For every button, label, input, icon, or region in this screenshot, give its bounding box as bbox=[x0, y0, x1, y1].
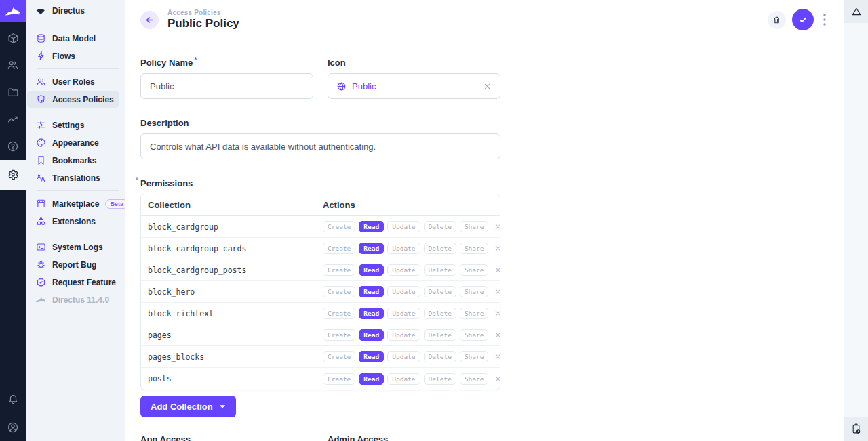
update-chip[interactable]: Update bbox=[387, 286, 420, 297]
action-chips: Create Read Update Delete Share bbox=[323, 351, 488, 362]
sidebar-item-label: Flows bbox=[52, 51, 75, 61]
module-settings-button[interactable] bbox=[0, 160, 26, 190]
read-chip[interactable]: Read bbox=[359, 373, 384, 385]
create-chip[interactable]: Create bbox=[323, 373, 355, 385]
read-chip[interactable]: Read bbox=[359, 329, 384, 341]
create-chip[interactable]: Create bbox=[323, 264, 355, 276]
create-chip[interactable]: Create bbox=[323, 286, 355, 297]
update-chip[interactable]: Update bbox=[387, 329, 420, 341]
project-header[interactable]: Directus bbox=[26, 0, 125, 22]
account-icon bbox=[7, 421, 19, 434]
shield-lock-icon bbox=[35, 94, 46, 104]
update-chip[interactable]: Update bbox=[387, 351, 420, 362]
delete-chip[interactable]: Delete bbox=[424, 308, 456, 319]
remove-row-button[interactable] bbox=[494, 309, 500, 318]
delete-chip[interactable]: Delete bbox=[424, 243, 456, 254]
sidebar-item-translations[interactable]: Translations bbox=[27, 169, 119, 186]
close-icon bbox=[494, 266, 500, 274]
sidebar-item-appearance[interactable]: Appearance bbox=[27, 134, 119, 151]
update-chip[interactable]: Update bbox=[387, 264, 420, 276]
cube-icon bbox=[7, 33, 19, 44]
sidebar-item-bookmarks[interactable]: Bookmarks bbox=[27, 152, 119, 169]
sidebar-item-label: Marketplace bbox=[52, 199, 99, 209]
delete-chip[interactable]: Delete bbox=[424, 373, 456, 385]
folder-icon bbox=[7, 87, 19, 98]
collection-name: posts bbox=[148, 374, 323, 383]
sidebar-item-flows[interactable]: Flows bbox=[27, 47, 119, 64]
remove-row-button[interactable] bbox=[494, 266, 500, 274]
delete-chip[interactable]: Delete bbox=[424, 264, 456, 276]
revisions-toggle[interactable] bbox=[844, 417, 868, 441]
sidebar-item-request-feature[interactable]: Request Feature bbox=[27, 274, 119, 291]
share-chip[interactable]: Share bbox=[460, 308, 489, 319]
share-chip[interactable]: Share bbox=[460, 286, 489, 297]
back-button[interactable] bbox=[140, 11, 159, 29]
sidebar-item-system-logs[interactable]: System Logs bbox=[27, 238, 119, 255]
share-chip[interactable]: Share bbox=[460, 329, 489, 341]
module-users-button[interactable] bbox=[0, 51, 26, 79]
share-chip[interactable]: Share bbox=[460, 264, 489, 276]
sidebar-item-report-bug[interactable]: Report Bug bbox=[27, 256, 119, 273]
delete-chip[interactable]: Delete bbox=[424, 221, 456, 232]
description-input[interactable] bbox=[140, 133, 500, 159]
table-row: block_richtext Create Read Update Delete… bbox=[141, 303, 500, 324]
action-chips: Create Read Update Delete Share bbox=[323, 308, 488, 319]
sidebar-item-marketplace[interactable]: Marketplace Beta bbox=[27, 195, 119, 212]
clear-icon-button[interactable] bbox=[483, 82, 492, 91]
close-icon bbox=[494, 375, 500, 383]
directus-logo[interactable] bbox=[0, 0, 26, 22]
account-button[interactable] bbox=[0, 414, 26, 441]
breadcrumb[interactable]: Access Policies bbox=[167, 9, 239, 16]
share-chip[interactable]: Share bbox=[460, 351, 489, 362]
remove-row-button[interactable] bbox=[494, 352, 500, 361]
navigation-sidebar: Directus Data Model Flows User Roles bbox=[26, 0, 125, 441]
delete-button[interactable] bbox=[768, 11, 786, 29]
delete-chip[interactable]: Delete bbox=[424, 351, 456, 362]
share-chip[interactable]: Share bbox=[460, 373, 489, 385]
create-chip[interactable]: Create bbox=[323, 329, 355, 341]
close-icon bbox=[494, 309, 500, 318]
update-chip[interactable]: Update bbox=[387, 308, 420, 319]
remove-row-button[interactable] bbox=[494, 375, 500, 383]
create-chip[interactable]: Create bbox=[323, 243, 355, 254]
remove-row-button[interactable] bbox=[494, 331, 500, 339]
update-chip[interactable]: Update bbox=[387, 221, 420, 232]
notifications-button[interactable] bbox=[0, 385, 26, 412]
create-chip[interactable]: Create bbox=[323, 221, 355, 232]
read-chip[interactable]: Read bbox=[359, 243, 384, 254]
sidebar-item-data-model[interactable]: Data Model bbox=[27, 30, 119, 47]
read-chip[interactable]: Read bbox=[359, 221, 384, 232]
create-chip[interactable]: Create bbox=[323, 308, 355, 319]
read-chip[interactable]: Read bbox=[359, 286, 384, 297]
icon-field: Icon Public bbox=[328, 58, 500, 99]
share-chip[interactable]: Share bbox=[460, 221, 489, 232]
page-header: Access Policies Public Policy bbox=[125, 0, 844, 30]
module-insights-button[interactable] bbox=[0, 106, 26, 133]
sidebar-item-settings[interactable]: Settings bbox=[27, 117, 119, 133]
remove-row-button[interactable] bbox=[494, 244, 500, 253]
create-chip[interactable]: Create bbox=[323, 351, 355, 362]
policy-name-input[interactable] bbox=[140, 73, 313, 99]
remove-row-button[interactable] bbox=[494, 222, 500, 231]
sidebar-info-toggle[interactable] bbox=[844, 0, 868, 23]
delete-chip[interactable]: Delete bbox=[424, 286, 456, 297]
remove-row-button[interactable] bbox=[494, 287, 500, 296]
read-chip[interactable]: Read bbox=[359, 264, 384, 276]
icon-select[interactable]: Public bbox=[328, 73, 500, 99]
sidebar-item-user-roles[interactable]: User Roles bbox=[27, 73, 119, 90]
save-button[interactable] bbox=[792, 9, 814, 30]
module-help-button[interactable] bbox=[0, 133, 26, 160]
module-files-button[interactable] bbox=[0, 79, 26, 106]
sidebar-item-extensions[interactable]: Extensions bbox=[27, 213, 119, 230]
delete-chip[interactable]: Delete bbox=[424, 329, 456, 341]
sidebar-item-access-policies[interactable]: Access Policies bbox=[27, 91, 119, 108]
add-collection-button[interactable]: Add Collection bbox=[140, 396, 236, 417]
read-chip[interactable]: Read bbox=[359, 308, 384, 319]
module-content-button[interactable] bbox=[0, 24, 26, 51]
read-chip[interactable]: Read bbox=[359, 351, 384, 362]
share-chip[interactable]: Share bbox=[460, 243, 489, 254]
update-chip[interactable]: Update bbox=[387, 243, 420, 254]
more-options-button[interactable] bbox=[820, 11, 829, 28]
permissions-table-header: Collection Actions bbox=[141, 194, 500, 216]
update-chip[interactable]: Update bbox=[387, 373, 420, 385]
